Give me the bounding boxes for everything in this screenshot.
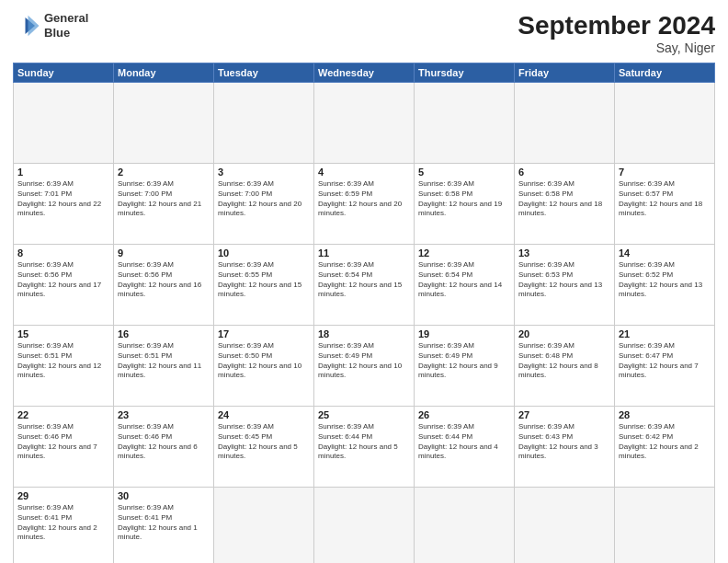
calendar-cell: 28Sunrise: 6:39 AMSunset: 6:42 PMDayligh… <box>615 407 715 488</box>
calendar-cell: 12Sunrise: 6:39 AMSunset: 6:54 PMDayligh… <box>415 245 515 326</box>
calendar-cell: 24Sunrise: 6:39 AMSunset: 6:45 PMDayligh… <box>214 407 314 488</box>
calendar-cell: 2Sunrise: 6:39 AMSunset: 7:00 PMDaylight… <box>114 164 214 245</box>
day-number: 25 <box>318 409 410 420</box>
day-number: 15 <box>17 328 109 339</box>
day-number: 30 <box>118 490 210 501</box>
header: General Blue September 2024 Say, Niger <box>13 11 715 55</box>
day-info: Sunrise: 6:39 AMSunset: 6:50 PMDaylight:… <box>218 341 310 381</box>
calendar-table: SundayMondayTuesdayWednesdayThursdayFrid… <box>13 63 715 563</box>
day-info: Sunrise: 6:39 AMSunset: 6:49 PMDaylight:… <box>418 341 510 381</box>
calendar-cell <box>615 83 715 164</box>
day-info: Sunrise: 6:39 AMSunset: 7:01 PMDaylight:… <box>17 179 109 219</box>
calendar-cell: 20Sunrise: 6:39 AMSunset: 6:48 PMDayligh… <box>515 326 615 407</box>
title-block: September 2024 Say, Niger <box>518 11 715 55</box>
day-number: 8 <box>17 247 109 259</box>
calendar-cell: 21Sunrise: 6:39 AMSunset: 6:47 PMDayligh… <box>615 326 715 407</box>
day-info: Sunrise: 6:39 AMSunset: 6:54 PMDaylight:… <box>318 260 410 300</box>
day-number: 7 <box>619 167 711 178</box>
day-number: 27 <box>518 409 610 420</box>
day-info: Sunrise: 6:39 AMSunset: 6:59 PMDaylight:… <box>318 179 410 219</box>
day-info: Sunrise: 6:39 AMSunset: 6:56 PMDaylight:… <box>17 260 109 300</box>
calendar-cell <box>415 83 515 164</box>
day-info: Sunrise: 6:39 AMSunset: 6:55 PMDaylight:… <box>218 260 310 300</box>
day-info: Sunrise: 6:39 AMSunset: 6:41 PMDaylight:… <box>118 503 210 543</box>
day-info: Sunrise: 6:39 AMSunset: 6:45 PMDaylight:… <box>218 422 310 462</box>
day-info: Sunrise: 6:39 AMSunset: 6:56 PMDaylight:… <box>118 260 210 300</box>
weekday-header-cell: Wednesday <box>314 63 415 83</box>
day-number: 26 <box>418 409 510 420</box>
day-info: Sunrise: 6:39 AMSunset: 7:00 PMDaylight:… <box>218 179 310 219</box>
calendar-cell: 18Sunrise: 6:39 AMSunset: 6:49 PMDayligh… <box>314 326 415 407</box>
day-info: Sunrise: 6:39 AMSunset: 6:54 PMDaylight:… <box>418 260 510 300</box>
day-info: Sunrise: 6:39 AMSunset: 6:47 PMDaylight:… <box>619 341 711 381</box>
day-number: 20 <box>518 328 610 339</box>
calendar-cell: 5Sunrise: 6:39 AMSunset: 6:58 PMDaylight… <box>415 164 515 245</box>
day-number: 29 <box>17 490 109 501</box>
day-info: Sunrise: 6:39 AMSunset: 6:43 PMDaylight:… <box>518 422 610 462</box>
day-info: Sunrise: 6:39 AMSunset: 6:57 PMDaylight:… <box>619 179 711 219</box>
calendar-cell <box>114 83 214 164</box>
day-info: Sunrise: 6:39 AMSunset: 6:46 PMDaylight:… <box>17 422 109 462</box>
day-number: 22 <box>17 409 109 420</box>
calendar-cell: 29Sunrise: 6:39 AMSunset: 6:41 PMDayligh… <box>14 488 114 564</box>
day-number: 10 <box>218 247 310 259</box>
weekday-header-cell: Thursday <box>415 63 515 83</box>
calendar-cell: 3Sunrise: 6:39 AMSunset: 7:00 PMDaylight… <box>214 164 314 245</box>
calendar-cell: 22Sunrise: 6:39 AMSunset: 6:46 PMDayligh… <box>14 407 114 488</box>
logo: General Blue <box>13 11 88 40</box>
calendar-cell: 26Sunrise: 6:39 AMSunset: 6:44 PMDayligh… <box>415 407 515 488</box>
weekday-header-cell: Friday <box>515 63 615 83</box>
calendar-cell: 4Sunrise: 6:39 AMSunset: 6:59 PMDaylight… <box>314 164 415 245</box>
calendar-cell <box>214 488 314 564</box>
calendar-cell: 16Sunrise: 6:39 AMSunset: 6:51 PMDayligh… <box>114 326 214 407</box>
page: General Blue September 2024 Say, Niger S… <box>0 0 728 563</box>
day-number: 17 <box>218 328 310 339</box>
svg-marker-1 <box>28 15 40 36</box>
calendar-cell: 30Sunrise: 6:39 AMSunset: 6:41 PMDayligh… <box>114 488 214 564</box>
calendar-cell <box>615 488 715 564</box>
calendar-cell <box>314 83 415 164</box>
day-number: 19 <box>418 328 510 339</box>
day-number: 12 <box>418 247 510 259</box>
day-number: 18 <box>318 328 410 339</box>
day-info: Sunrise: 6:39 AMSunset: 6:51 PMDaylight:… <box>17 341 109 381</box>
calendar-cell: 14Sunrise: 6:39 AMSunset: 6:52 PMDayligh… <box>615 245 715 326</box>
day-info: Sunrise: 6:39 AMSunset: 6:48 PMDaylight:… <box>518 341 610 381</box>
day-info: Sunrise: 6:39 AMSunset: 6:49 PMDaylight:… <box>318 341 410 381</box>
day-info: Sunrise: 6:39 AMSunset: 6:58 PMDaylight:… <box>418 179 510 219</box>
day-number: 6 <box>518 167 610 178</box>
day-info: Sunrise: 6:39 AMSunset: 6:53 PMDaylight:… <box>518 260 610 300</box>
calendar-cell: 23Sunrise: 6:39 AMSunset: 6:46 PMDayligh… <box>114 407 214 488</box>
day-info: Sunrise: 6:39 AMSunset: 6:42 PMDaylight:… <box>619 422 711 462</box>
day-number: 16 <box>118 328 210 339</box>
calendar-cell: 10Sunrise: 6:39 AMSunset: 6:55 PMDayligh… <box>214 245 314 326</box>
calendar-cell <box>14 83 114 164</box>
day-info: Sunrise: 6:39 AMSunset: 6:44 PMDaylight:… <box>318 422 410 462</box>
calendar-cell <box>415 488 515 564</box>
day-number: 13 <box>518 247 610 259</box>
calendar-cell: 15Sunrise: 6:39 AMSunset: 6:51 PMDayligh… <box>14 326 114 407</box>
location: Say, Niger <box>518 40 715 55</box>
calendar-cell <box>314 488 415 564</box>
calendar-cell: 27Sunrise: 6:39 AMSunset: 6:43 PMDayligh… <box>515 407 615 488</box>
day-info: Sunrise: 6:39 AMSunset: 6:58 PMDaylight:… <box>518 179 610 219</box>
calendar-cell: 1Sunrise: 6:39 AMSunset: 7:01 PMDaylight… <box>14 164 114 245</box>
day-number: 2 <box>118 167 210 178</box>
day-number: 1 <box>17 167 109 178</box>
day-number: 4 <box>318 167 410 178</box>
day-number: 9 <box>118 247 210 259</box>
calendar-cell <box>515 488 615 564</box>
day-number: 24 <box>218 409 310 420</box>
calendar-cell: 11Sunrise: 6:39 AMSunset: 6:54 PMDayligh… <box>314 245 415 326</box>
calendar-cell <box>214 83 314 164</box>
day-info: Sunrise: 6:39 AMSunset: 6:46 PMDaylight:… <box>118 422 210 462</box>
day-info: Sunrise: 6:39 AMSunset: 7:00 PMDaylight:… <box>118 179 210 219</box>
calendar-cell: 13Sunrise: 6:39 AMSunset: 6:53 PMDayligh… <box>515 245 615 326</box>
weekday-header-cell: Tuesday <box>214 63 314 83</box>
day-info: Sunrise: 6:39 AMSunset: 6:41 PMDaylight:… <box>17 503 109 543</box>
calendar-cell: 6Sunrise: 6:39 AMSunset: 6:58 PMDaylight… <box>515 164 615 245</box>
day-info: Sunrise: 6:39 AMSunset: 6:44 PMDaylight:… <box>418 422 510 462</box>
logo-icon <box>13 12 40 40</box>
day-info: Sunrise: 6:39 AMSunset: 6:52 PMDaylight:… <box>619 260 711 300</box>
calendar-cell: 8Sunrise: 6:39 AMSunset: 6:56 PMDaylight… <box>14 245 114 326</box>
